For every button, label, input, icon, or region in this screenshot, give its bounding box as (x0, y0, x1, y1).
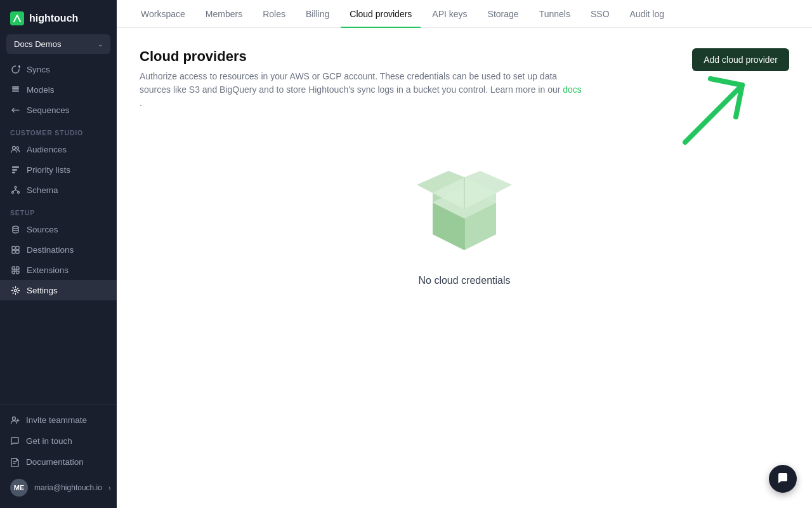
workspace-chevron-icon: ⌄ (98, 41, 103, 48)
tab-workspace[interactable]: Workspace (132, 0, 194, 28)
settings-tabs: Workspace Members Roles Billing Cloud pr… (117, 0, 812, 28)
sidebar: hightouch Docs Demos ⌄ Syncs Models Sequ… (0, 0, 117, 508)
setup-label: SETUP (0, 200, 117, 219)
tab-cloud-providers[interactable]: Cloud providers (341, 0, 421, 28)
description-end: . (140, 98, 142, 108)
sidebar-item-settings[interactable]: Settings (0, 280, 117, 300)
sidebar-bottom: Invite teammate Get in touch Documentati… (0, 404, 117, 508)
schema-icon (10, 185, 20, 195)
syncs-label: Syncs (27, 65, 50, 74)
invite-label: Invite teammate (26, 415, 87, 425)
audiences-label: Audiences (27, 145, 67, 154)
extensions-icon (10, 265, 20, 275)
priority-lists-label: Priority lists (27, 165, 70, 175)
svg-rect-2 (12, 86, 19, 88)
sidebar-item-syncs[interactable]: Syncs (0, 59, 117, 79)
docs-icon (10, 457, 20, 467)
empty-state-text: No cloud credentials (419, 275, 511, 286)
svg-point-10 (17, 191, 19, 193)
page-title: Cloud providers (140, 48, 584, 65)
sources-label: Sources (27, 225, 58, 234)
sidebar-item-sequences[interactable]: Sequences (0, 100, 117, 120)
avatar: ME (10, 479, 28, 497)
user-email: maria@hightouch.io (34, 483, 102, 492)
svg-point-4 (16, 147, 18, 149)
tab-api-keys[interactable]: API keys (423, 0, 476, 28)
settings-label: Settings (27, 286, 58, 295)
models-label: Models (27, 85, 55, 95)
arrow-decoration (672, 66, 761, 155)
documentation-item[interactable]: Documentation (0, 451, 117, 472)
user-chevron-icon: › (108, 484, 111, 491)
svg-rect-6 (12, 169, 17, 171)
logo: hightouch (0, 0, 117, 34)
svg-rect-15 (16, 250, 19, 253)
chat-icon (10, 436, 20, 446)
svg-point-16 (14, 289, 16, 291)
sequences-label: Sequences (27, 105, 70, 115)
sources-icon (10, 224, 20, 234)
svg-rect-1 (12, 90, 19, 91)
svg-rect-14 (12, 250, 15, 253)
page-description: Authorize access to resources in your AW… (140, 70, 584, 110)
tab-audit-log[interactable]: Audit log (621, 0, 673, 28)
workspace-selector[interactable]: Docs Demos ⌄ (6, 34, 110, 54)
svg-rect-5 (12, 166, 19, 168)
audiences-icon (10, 144, 20, 154)
tab-roles[interactable]: Roles (254, 0, 294, 28)
tab-billing[interactable]: Billing (297, 0, 338, 28)
svg-rect-12 (12, 246, 15, 250)
chat-support-button[interactable] (769, 465, 797, 493)
svg-point-17 (13, 417, 16, 420)
models-icon (10, 84, 20, 95)
main-content: Workspace Members Roles Billing Cloud pr… (117, 0, 812, 508)
user-profile[interactable]: ME maria@hightouch.io › (0, 472, 117, 503)
priority-lists-icon (10, 164, 20, 175)
tab-storage[interactable]: Storage (479, 0, 528, 28)
svg-point-8 (15, 186, 16, 188)
settings-icon (10, 285, 20, 295)
svg-point-3 (12, 146, 15, 149)
documentation-label: Documentation (26, 457, 84, 467)
get-in-touch-label: Get in touch (26, 436, 72, 446)
sidebar-item-sources[interactable]: Sources (0, 219, 117, 239)
destinations-icon (10, 244, 20, 255)
tab-tunnels[interactable]: Tunnels (530, 0, 579, 28)
customer-studio-label: CUSTOMER STUDIO (0, 120, 117, 139)
sidebar-item-audiences[interactable]: Audiences (0, 139, 117, 159)
nav-section: Syncs Models Sequences CUSTOMER STUDIO A… (0, 59, 117, 404)
invite-icon (10, 415, 20, 425)
schema-label: Schema (27, 185, 58, 195)
syncs-icon (10, 64, 20, 74)
empty-box-illustration (414, 171, 515, 260)
get-in-touch-item[interactable]: Get in touch (0, 431, 117, 451)
svg-point-9 (11, 191, 13, 193)
logo-icon (10, 11, 24, 25)
svg-rect-0 (12, 88, 19, 90)
sidebar-item-models[interactable]: Models (0, 79, 117, 100)
destinations-label: Destinations (27, 245, 74, 255)
svg-rect-13 (16, 246, 19, 250)
sequences-icon (10, 105, 20, 115)
sidebar-item-schema[interactable]: Schema (0, 180, 117, 200)
page-content: Cloud providers Authorize access to reso… (117, 28, 812, 508)
sidebar-item-destinations[interactable]: Destinations (0, 239, 117, 260)
page-header-text: Cloud providers Authorize access to reso… (140, 48, 584, 110)
tab-members[interactable]: Members (197, 0, 251, 28)
sidebar-item-extensions[interactable]: Extensions (0, 260, 117, 280)
invite-teammate-item[interactable]: Invite teammate (0, 410, 117, 431)
svg-rect-7 (12, 171, 15, 173)
user-initials: ME (14, 484, 25, 491)
docs-link[interactable]: docs (563, 84, 582, 95)
workspace-name: Docs Demos (14, 39, 61, 49)
extensions-label: Extensions (27, 265, 69, 275)
sidebar-item-priority-lists[interactable]: Priority lists (0, 159, 117, 180)
logo-text: hightouch (29, 13, 78, 24)
tab-sso[interactable]: SSO (582, 0, 619, 28)
svg-point-11 (13, 226, 18, 229)
description-text: Authorize access to resources in your AW… (140, 71, 560, 95)
